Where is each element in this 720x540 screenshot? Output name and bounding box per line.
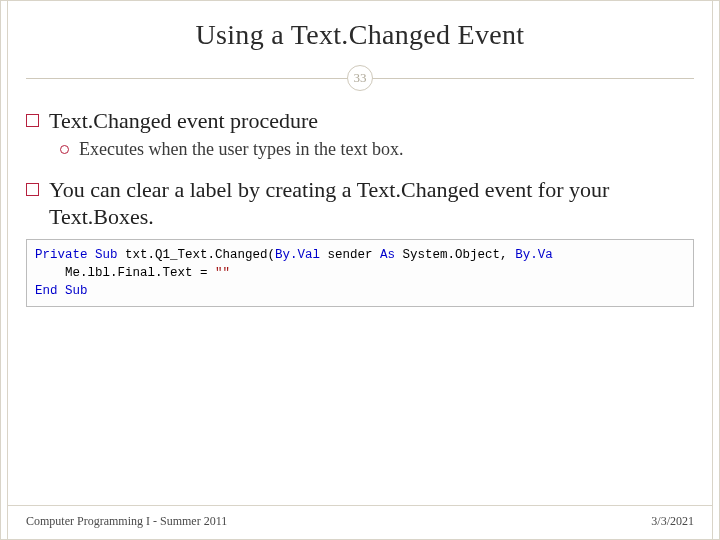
code-keyword: By.Val [275, 248, 320, 262]
code-indent [35, 266, 65, 280]
bullet-1-sub-1-text: Executes when the user types in the text… [79, 139, 403, 160]
content-area: Text.Changed event procedure Executes wh… [26, 101, 694, 505]
footer: Computer Programming I - Summer 2011 3/3… [8, 505, 712, 539]
square-bullet-icon [26, 183, 39, 196]
slide-title: Using a Text.Changed Event [26, 19, 694, 51]
code-text: System.Object, [395, 248, 515, 262]
code-keyword: As [380, 248, 395, 262]
code-text: Me.lbl.Final.Text = [65, 266, 215, 280]
slide-inner: Using a Text.Changed Event 33 Text.Chang… [7, 1, 713, 539]
title-rule: 33 [26, 65, 694, 91]
bullet-2: You can clear a label by creating a Text… [26, 176, 694, 231]
code-keyword: Private Sub [35, 248, 118, 262]
page-number-badge: 33 [347, 65, 373, 91]
code-string: "" [215, 266, 230, 280]
code-text: sender [320, 248, 380, 262]
bullet-2-text: You can clear a label by creating a Text… [49, 176, 694, 231]
code-text: txt.Q1_Text.Changed( [118, 248, 276, 262]
code-keyword: End Sub [35, 284, 88, 298]
footer-left: Computer Programming I - Summer 2011 [26, 514, 227, 529]
slide: Using a Text.Changed Event 33 Text.Chang… [0, 0, 720, 540]
bullet-1: Text.Changed event procedure [26, 107, 694, 135]
bullet-1-text: Text.Changed event procedure [49, 107, 318, 135]
square-bullet-icon [26, 114, 39, 127]
footer-right: 3/3/2021 [651, 514, 694, 529]
circle-bullet-icon [60, 145, 69, 154]
bullet-1-sub-1: Executes when the user types in the text… [60, 139, 694, 160]
code-keyword: By.Va [515, 248, 553, 262]
code-block: Private Sub txt.Q1_Text.Changed(By.Val s… [26, 239, 694, 307]
